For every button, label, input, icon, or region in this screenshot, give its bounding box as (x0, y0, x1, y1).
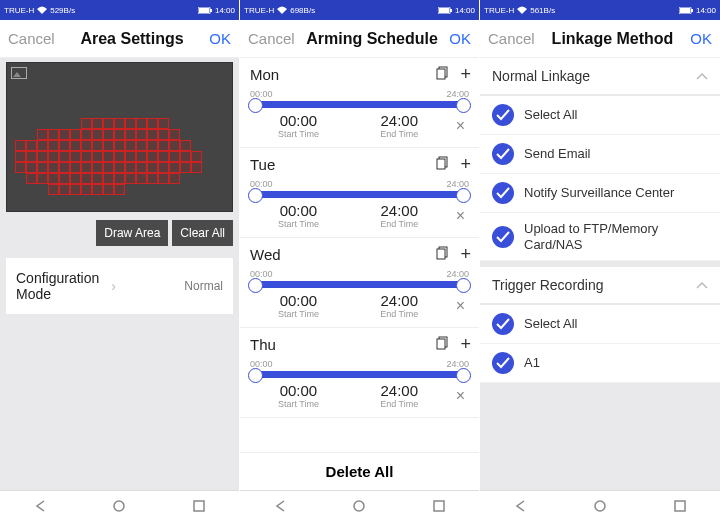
grid-cell (37, 151, 48, 162)
schedule-day: Tue+00:0024:0000:00Start Time24:00End Ti… (240, 148, 479, 238)
grid-cell (92, 151, 103, 162)
grid-cell (191, 162, 202, 173)
linkage-section-header[interactable]: Normal Linkage (480, 58, 720, 94)
add-icon[interactable]: + (460, 334, 471, 355)
linkage-option-label: Send Email (524, 146, 590, 162)
battery-icon (198, 7, 212, 14)
copy-icon[interactable] (436, 336, 450, 354)
grid-cell (180, 151, 191, 162)
clear-all-button[interactable]: Clear All (172, 220, 233, 246)
nav-recent-icon[interactable] (192, 499, 206, 513)
ok-button[interactable]: OK (449, 30, 471, 47)
grid-cell (92, 184, 103, 195)
config-mode-label: Configuration Mode (16, 270, 99, 302)
header: Cancel Area Settings OK (0, 20, 239, 58)
grid-cell (125, 140, 136, 151)
svg-rect-1 (199, 8, 209, 13)
end-time-field[interactable]: 24:00End Time (349, 202, 450, 229)
draw-area-button[interactable]: Draw Area (96, 220, 168, 246)
grid-cell (92, 129, 103, 140)
wifi-icon (37, 6, 47, 14)
copy-icon[interactable] (436, 246, 450, 264)
section-title: Normal Linkage (492, 68, 590, 84)
page-title: Area Settings (80, 30, 183, 48)
linkage-option[interactable]: Select All (480, 96, 720, 135)
end-time-field[interactable]: 24:00End Time (349, 292, 450, 319)
nav-back-icon[interactable] (273, 499, 287, 513)
cancel-button[interactable]: Cancel (8, 30, 55, 47)
grid-cell (158, 162, 169, 173)
remove-time-icon[interactable]: × (450, 207, 471, 225)
clock-label: 14:00 (215, 6, 235, 15)
linkage-option[interactable]: A1 (480, 344, 720, 383)
grid-cell (15, 162, 26, 173)
delete-all-button[interactable]: Delete All (240, 452, 479, 490)
cancel-button[interactable]: Cancel (248, 30, 295, 47)
grid-cell (81, 184, 92, 195)
cancel-button[interactable]: Cancel (488, 30, 535, 47)
time-slider[interactable] (250, 191, 469, 198)
grid-cell (70, 173, 81, 184)
end-time-field[interactable]: 24:00End Time (349, 382, 450, 409)
linkage-option-label: Upload to FTP/Memory Card/NAS (524, 221, 708, 252)
nav-recent-icon[interactable] (673, 499, 687, 513)
nav-recent-icon[interactable] (432, 499, 446, 513)
start-time-field[interactable]: 00:00Start Time (248, 382, 349, 409)
ok-button[interactable]: OK (209, 30, 231, 47)
configuration-mode-row[interactable]: Configuration Mode › Normal (6, 258, 233, 314)
grid-cell (114, 184, 125, 195)
svg-rect-9 (437, 69, 445, 79)
nav-home-icon[interactable] (352, 499, 366, 513)
phone-linkage-method: TRUE-H 561B/s 14:00 Cancel Linkage Metho… (480, 0, 720, 520)
nav-home-icon[interactable] (112, 499, 126, 513)
status-bar: TRUE-H 561B/s 14:00 (480, 0, 720, 20)
grid-cell (92, 162, 103, 173)
day-label: Tue (250, 156, 275, 173)
time-slider[interactable] (250, 371, 469, 378)
grid-cell (158, 173, 169, 184)
end-time-field[interactable]: 24:00End Time (349, 112, 450, 139)
ok-button[interactable]: OK (690, 30, 712, 47)
remove-time-icon[interactable]: × (450, 117, 471, 135)
copy-icon[interactable] (436, 66, 450, 84)
linkage-option[interactable]: Select All (480, 305, 720, 344)
grid-cell (180, 162, 191, 173)
grid-cell (191, 151, 202, 162)
schedule-day: Thu+00:0024:0000:00Start Time24:00End Ti… (240, 328, 479, 418)
grid-cell (147, 118, 158, 129)
time-slider[interactable] (250, 101, 469, 108)
copy-icon[interactable] (436, 156, 450, 174)
clock-label: 14:00 (696, 6, 716, 15)
svg-rect-19 (680, 8, 690, 13)
status-bar: TRUE-H 698B/s 14:00 (240, 0, 479, 20)
grid-cell (158, 118, 169, 129)
remove-time-icon[interactable]: × (450, 297, 471, 315)
nav-back-icon[interactable] (513, 499, 527, 513)
remove-time-icon[interactable]: × (450, 387, 471, 405)
checkmark-icon (492, 104, 514, 126)
grid-cell (169, 151, 180, 162)
grid-cell (169, 173, 180, 184)
nav-back-icon[interactable] (33, 499, 47, 513)
add-icon[interactable]: + (460, 154, 471, 175)
grid-cell (147, 140, 158, 151)
grid-cell (59, 162, 70, 173)
header: Cancel Linkage Method OK (480, 20, 720, 58)
nav-home-icon[interactable] (593, 499, 607, 513)
add-icon[interactable]: + (460, 64, 471, 85)
linkage-option[interactable]: Send Email (480, 135, 720, 174)
grid-cell (26, 162, 37, 173)
start-time-field[interactable]: 00:00Start Time (248, 112, 349, 139)
linkage-section-header[interactable]: Trigger Recording (480, 267, 720, 303)
linkage-option[interactable]: Upload to FTP/Memory Card/NAS (480, 213, 720, 261)
status-bar: TRUE-H 529B/s 14:00 (0, 0, 239, 20)
add-icon[interactable]: + (460, 244, 471, 265)
start-time-field[interactable]: 00:00Start Time (248, 292, 349, 319)
area-preview[interactable] (6, 62, 233, 212)
time-slider[interactable] (250, 281, 469, 288)
start-time-field[interactable]: 00:00Start Time (248, 202, 349, 229)
linkage-option[interactable]: Notify Surveillance Center (480, 174, 720, 213)
grid-cell (114, 129, 125, 140)
grid-cell (114, 151, 125, 162)
grid-cell (48, 184, 59, 195)
